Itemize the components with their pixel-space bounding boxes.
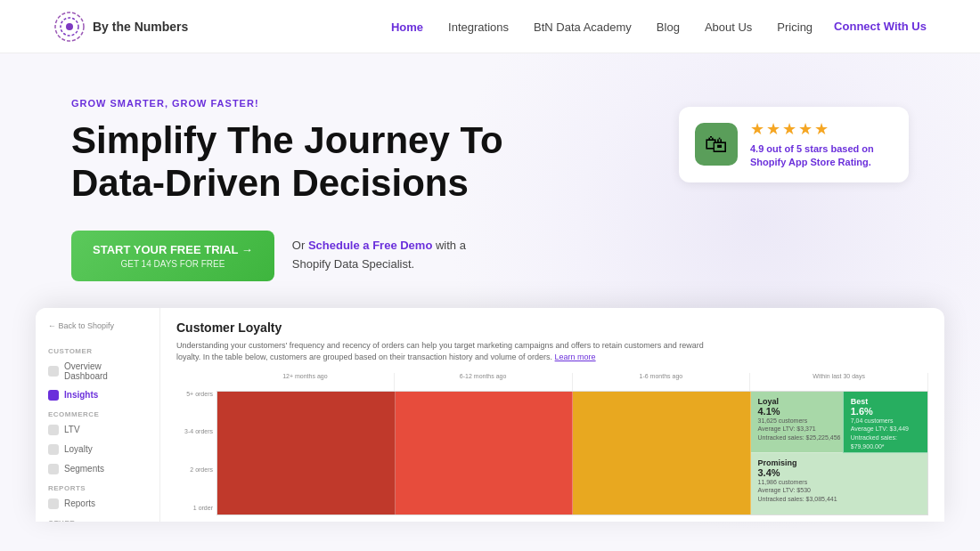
hero-content: GROW SMARTER, GROW FASTER! Simplify The … [71,98,503,281]
col-header-2: 6-12 months ago [395,373,573,391]
hero-cta-row: START YOUR FREE TRIAL → GET 14 DAYS FOR … [71,231,503,281]
promising-name: Promising [758,458,921,467]
promising-customers: 11,986 customers [758,478,921,487]
sidebar-loyalty[interactable]: Loyalty [36,440,159,459]
hero-title: Simplify The Journey To Data-Driven Deci… [71,119,503,206]
nav-home[interactable]: Home [391,20,423,34]
dashboard-preview: ← Back to Shopify CUSTOMER Overview Dash… [36,308,944,522]
hero-demo-text: Or Schedule a Free Demo with a Shopify D… [292,237,470,274]
rfm-col-3 [573,392,751,515]
logo: By the Numbers [53,11,188,43]
rating-text: 4.9 out of 5 stars based on Shopify App … [750,142,893,170]
nav-cta-button[interactable]: Connect With Us [834,20,927,33]
rfm-col-headers: 12+ months ago 6-12 months ago 1-6 month… [216,373,928,391]
best-customers: 7,04 customers [851,417,920,425]
section-other: OTHER [36,514,159,522]
logo-text: By the Numbers [93,20,188,34]
rfm-grid: Loyal 4.1% 31,625 customers Average LTV:… [216,391,928,515]
nav-pricing[interactable]: Pricing [777,20,813,34]
section-customer: CUSTOMER [36,342,159,357]
sidebar-overview[interactable]: Overview Dashboard [36,357,159,385]
learn-more-link[interactable]: Learn more [555,352,596,361]
best-sales: Untracked sales: $79,900.00* [851,434,920,451]
star-rating: ★★★★★ [750,119,893,139]
nav-academy[interactable]: BtN Data Academy [534,20,632,34]
sidebar-reports[interactable]: Reports [36,494,159,514]
rfm-col-2 [396,392,574,515]
promising-ltv: Average LTV: $530 [758,486,921,495]
promising-sales: Untracked sales: $3,085,441 [758,495,921,504]
segment-promising: Promising 3.4% 11,986 customers Average … [751,453,928,515]
best-name: Best [851,397,920,406]
hero-section: GROW SMARTER, GROW FASTER! Simplify The … [0,53,980,308]
dashboard-main: Customer Loyalty Understanding your cust… [160,308,944,522]
hero-tag: GROW SMARTER, GROW FASTER! [71,98,503,109]
rfm-col-4: Loyal 4.1% 31,625 customers Average LTV:… [751,392,928,515]
sidebar-insights[interactable]: Insights [36,385,159,405]
sidebar-segments[interactable]: Segments [36,459,159,479]
svg-point-2 [66,23,73,30]
nav-about[interactable]: About Us [705,20,752,34]
shopify-icon: 🛍 [695,123,738,166]
best-ltv: Average LTV: $3,449 [851,425,920,434]
trial-button-sublabel: GET 14 DAYS FOR FREE [93,259,253,269]
shopify-bag-icon: 🛍 [705,131,728,158]
section-reports: REPORTS [36,479,159,494]
best-pct: 1.6% [851,406,920,417]
promising-pct: 3.4% [758,467,921,478]
logo-icon [53,11,86,43]
col-header-1: 12+ months ago [216,373,395,391]
sidebar-ltv[interactable]: LTV [36,420,159,440]
rfm-grid-container: 5+ orders 3-4 orders 2 orders 1 order 12… [176,373,928,515]
trial-button-label: START YOUR FREE TRIAL → [93,243,253,256]
nav-integrations[interactable]: Integrations [448,20,509,34]
col-header-4: Within last 30 days [750,373,928,391]
dashboard-sidebar: ← Back to Shopify CUSTOMER Overview Dash… [36,308,160,522]
back-to-shopify[interactable]: ← Back to Shopify [36,317,159,335]
segment-best: Best 1.6% 7,04 customers Average LTV: $3… [843,392,927,453]
demo-link[interactable]: Schedule a Free Demo [308,239,432,252]
section-ecommerce: ECOMMERCE [36,405,159,420]
nav-blog[interactable]: Blog [657,20,680,34]
rating-info: ★★★★★ 4.9 out of 5 stars based on Shopif… [750,119,893,170]
rfm-chart: 12+ months ago 6-12 months ago 1-6 month… [216,373,928,515]
dashboard-title: Customer Loyalty [176,320,928,335]
dashboard-subtitle: Understanding your customers' frequency … [176,340,711,364]
nav-links: Home Integrations BtN Data Academy Blog … [391,19,813,35]
rating-badge: 🛍 ★★★★★ 4.9 out of 5 stars based on Shop… [679,107,909,182]
navigation: By the Numbers Home Integrations BtN Dat… [0,0,980,53]
col-header-3: 1-6 months ago [573,373,751,391]
rfm-col-1 [217,392,396,515]
trial-button[interactable]: START YOUR FREE TRIAL → GET 14 DAYS FOR … [71,231,274,281]
rfm-y-labels: 5+ orders 3-4 orders 2 orders 1 order [176,373,216,515]
